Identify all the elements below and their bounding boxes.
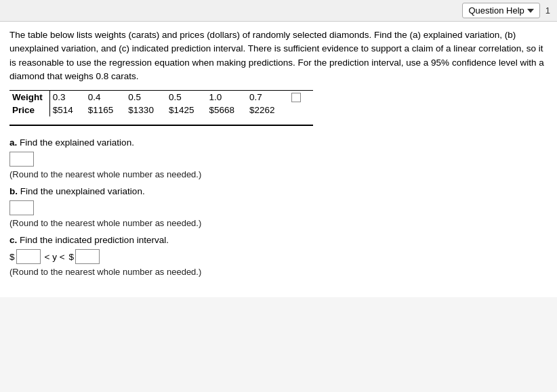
price-val-3: $1330 bbox=[125, 104, 166, 116]
section-b-label: b. Find the unexplained variation. bbox=[9, 186, 548, 196]
section-a-round-note: (Round to the nearest whole number as ne… bbox=[9, 169, 548, 179]
price-label: Price bbox=[9, 104, 49, 116]
price-val-6: $2262 bbox=[247, 104, 287, 116]
section-a-label: a. Find the explained variation. bbox=[9, 137, 548, 148]
prediction-upper-input[interactable] bbox=[75, 249, 100, 264]
table-expand-icon[interactable] bbox=[291, 93, 301, 102]
section-b-input[interactable] bbox=[9, 200, 34, 215]
data-table-wrapper: Weight 0.3 0.4 0.5 0.5 1.0 0.7 Price $51… bbox=[9, 90, 313, 126]
price-val-2: $1165 bbox=[85, 104, 126, 116]
weight-label: Weight bbox=[9, 91, 49, 104]
weight-val-4: 0.5 bbox=[166, 91, 207, 104]
question-help-button[interactable]: Question Help bbox=[462, 3, 539, 18]
weight-val-3: 0.5 bbox=[125, 91, 166, 104]
price-val-5: $5668 bbox=[206, 104, 247, 116]
problem-text: The table below lists weights (carats) a… bbox=[9, 28, 548, 83]
price-extra-cell bbox=[287, 104, 313, 116]
section-c: c. Find the indicated prediction interva… bbox=[9, 235, 548, 277]
dropdown-icon bbox=[527, 9, 534, 13]
weight-val-6: 0.7 bbox=[247, 91, 287, 104]
main-content: The table below lists weights (carats) a… bbox=[0, 22, 557, 297]
section-a: a. Find the explained variation. (Round … bbox=[9, 137, 548, 179]
weight-row: Weight 0.3 0.4 0.5 0.5 1.0 0.7 bbox=[9, 91, 313, 104]
prediction-row: $ < y < $ bbox=[9, 249, 548, 264]
section-b: b. Find the unexplained variation. (Roun… bbox=[9, 186, 548, 228]
prediction-lower-input[interactable] bbox=[16, 249, 41, 264]
weight-val-5: 1.0 bbox=[206, 91, 247, 104]
weight-val-1: 0.3 bbox=[49, 91, 85, 104]
data-table: Weight 0.3 0.4 0.5 0.5 1.0 0.7 Price $51… bbox=[9, 91, 313, 116]
price-row: Price $514 $1165 $1330 $1425 $5668 $2262 bbox=[9, 104, 313, 116]
prediction-lessthan: < y < bbox=[45, 252, 65, 262]
top-bar: Question Help 1 bbox=[0, 0, 557, 22]
prediction-dollar-suffix: $ bbox=[69, 252, 75, 262]
section-c-label: c. Find the indicated prediction interva… bbox=[9, 235, 548, 245]
section-a-input[interactable] bbox=[9, 152, 34, 167]
page-number: 1 bbox=[545, 5, 550, 16]
weight-val-2: 0.4 bbox=[85, 91, 126, 104]
prediction-dollar-prefix: $ bbox=[9, 252, 15, 262]
expand-cell[interactable] bbox=[287, 91, 313, 104]
price-val-4: $1425 bbox=[166, 104, 207, 116]
section-c-round-note: (Round to the nearest whole number as ne… bbox=[9, 267, 548, 277]
section-b-round-note: (Round to the nearest whole number as ne… bbox=[9, 218, 548, 228]
section-a-input-row bbox=[9, 152, 548, 167]
question-help-label: Question Help bbox=[468, 5, 524, 16]
price-val-1: $514 bbox=[49, 104, 85, 116]
section-b-input-row bbox=[9, 200, 548, 215]
